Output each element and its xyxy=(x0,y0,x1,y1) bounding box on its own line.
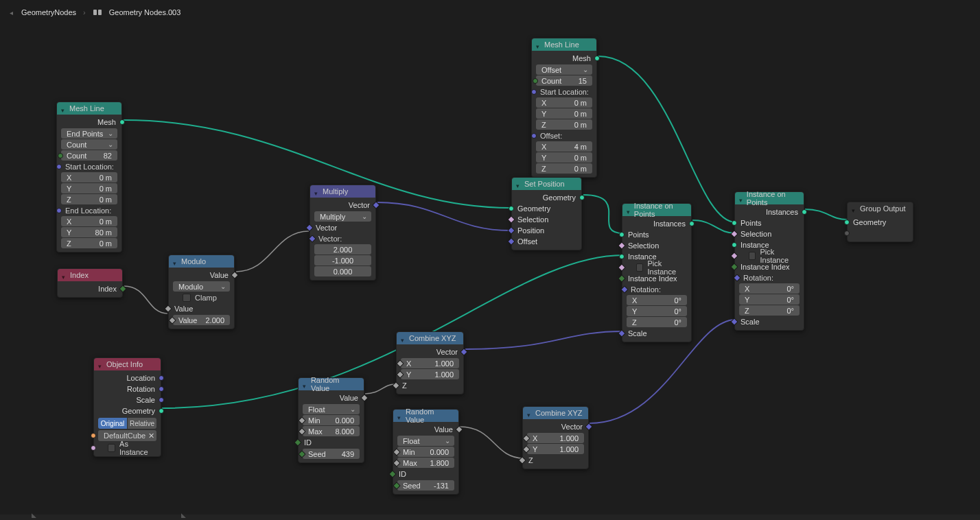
breadcrumb-leaf[interactable]: Geometry Nodes.003 xyxy=(109,8,181,16)
node-random-value-2[interactable]: Random Value Value Float Min0.000 Max1.8… xyxy=(393,409,459,495)
mode-select[interactable]: End Points xyxy=(61,128,117,139)
mode-select[interactable]: Offset xyxy=(536,64,592,75)
node-instance-on-points-1[interactable]: Instance on Points Instances Points Sele… xyxy=(622,203,692,342)
nodegroup-icon xyxy=(93,8,102,17)
socket-end[interactable] xyxy=(56,208,62,213)
node-index[interactable]: Index Index xyxy=(57,268,123,298)
breadcrumb: ◂ GeometryNodes › Geometry Nodes.003 xyxy=(0,0,980,25)
node-multiply[interactable]: Multiply Vector Multiply Vector Vector: … xyxy=(310,185,376,281)
node-title: Mesh Line xyxy=(69,104,104,113)
svg-rect-0 xyxy=(93,10,97,15)
node-object-info[interactable]: Object Info Location Rotation Scale Geom… xyxy=(93,357,161,457)
node-group-output[interactable]: Group Output Geometry xyxy=(847,202,913,242)
socket-mesh-out[interactable] xyxy=(119,119,125,125)
node-mesh-line-1[interactable]: Mesh Line Mesh End Points Count Count82 … xyxy=(56,102,122,252)
node-combine-xyz-1[interactable]: Combine XYZ Vector X1.000 Y1.000 Z xyxy=(396,331,464,394)
breadcrumb-root[interactable]: GeometryNodes xyxy=(21,8,76,16)
node-set-position[interactable]: Set Position Geometry Geometry Selection… xyxy=(511,177,582,250)
node-instance-on-points-2[interactable]: Instance on Points Instances Points Sele… xyxy=(734,191,804,331)
svg-rect-1 xyxy=(98,10,102,15)
node-mesh-line-2[interactable]: Mesh Line Mesh Offset Count15 Start Loca… xyxy=(531,38,597,178)
as-instance-check[interactable]: As Instance xyxy=(94,442,161,453)
socket-start[interactable] xyxy=(56,164,62,169)
transform-mode[interactable]: Original Relative xyxy=(98,418,156,429)
corner-handle-icon[interactable]: ◣ xyxy=(181,512,186,519)
clamp-check[interactable]: Clamp xyxy=(169,292,234,303)
chevron-icon: ◂ xyxy=(10,9,13,16)
node-modulo[interactable]: Modulo Value Modulo Clamp Value Value2.0… xyxy=(168,255,235,329)
footer-bar xyxy=(0,515,980,520)
count-field[interactable]: Count82 xyxy=(61,150,117,161)
clear-icon[interactable]: ✕ xyxy=(148,432,154,440)
node-random-value-1[interactable]: Random Value Value Float Min0.000 Max8.0… xyxy=(298,377,364,463)
countmode-select[interactable]: Count xyxy=(61,139,117,150)
socket-count[interactable] xyxy=(58,153,63,158)
corner-handle-icon[interactable]: ◣ xyxy=(32,512,36,519)
node-combine-xyz-2[interactable]: Combine XYZ Vector X1.000 Y1.000 Z xyxy=(522,406,589,469)
